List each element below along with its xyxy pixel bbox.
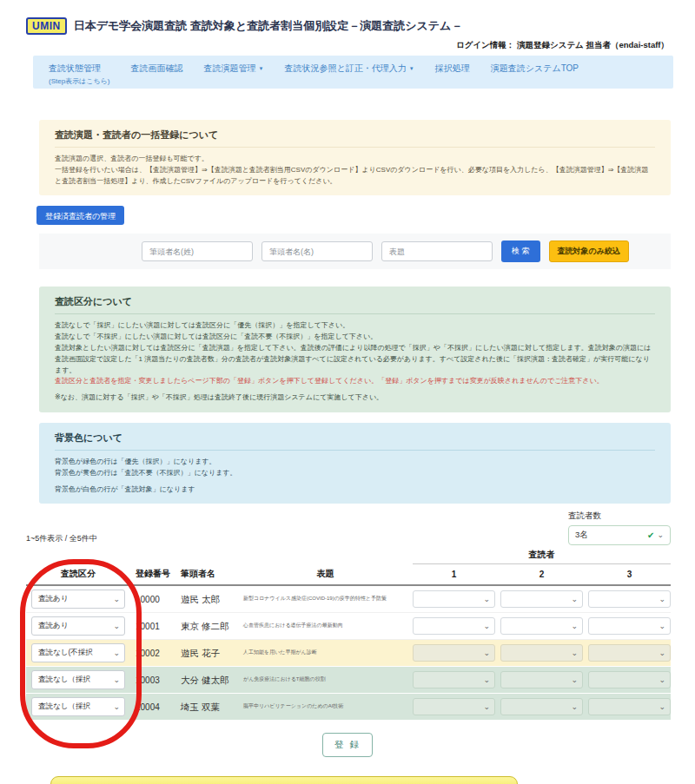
- manage-registered-reviewers-button[interactable]: 登録済査読者の管理: [36, 206, 124, 225]
- table-row: 査読あり ⌄ 10000 遊民 太郎 新型コロナウイルス感染症(COVID-19…: [26, 586, 671, 613]
- chevron-down-icon: ⌄: [483, 703, 490, 711]
- divider: [55, 147, 655, 148]
- nav-item-sublabel[interactable]: (Step表示はこちら): [49, 76, 110, 86]
- reviewer2-select[interactable]: ⌄: [500, 698, 583, 715]
- nav-item-label: 査読状況参照と訂正・代理入力: [285, 63, 407, 73]
- category-box-line3: 査読対象としたい演題に対しては査読区分に「査読演題」を指定して下さい。査読後の評…: [55, 343, 655, 376]
- reviewer3-select[interactable]: ⌄: [588, 671, 671, 688]
- review-category-select[interactable]: 査読なし(不採択 ⌄: [31, 643, 125, 662]
- reviewer2-select[interactable]: ⌄: [500, 671, 583, 688]
- chevron-down-icon: ⌄: [659, 649, 665, 657]
- nav-item-review-status[interactable]: 査読状態管理 (Step表示はこちら): [49, 63, 110, 86]
- reviewer3-select[interactable]: ⌄: [588, 617, 671, 635]
- chevron-down-icon: ⌄: [113, 596, 120, 603]
- nav-item-review-topic-management[interactable]: 査読演題管理▼: [204, 63, 264, 75]
- umin-logo: UMIN: [26, 17, 67, 35]
- col-header-number: 登録番号: [136, 568, 175, 580]
- register-button[interactable]: 登 録: [322, 733, 373, 757]
- caret-down-icon: ▼: [259, 66, 264, 71]
- register-button-area: 登 録: [0, 733, 695, 757]
- review-category-value: 査読あり: [38, 621, 68, 631]
- category-box-note: ※なお、演題に対する「採択」や「不採択」処理は査読終了後に現行演題システムにて実…: [55, 392, 655, 404]
- review-category-value: 査読なし（採択: [38, 702, 90, 712]
- divider: [55, 313, 655, 314]
- review-category-value: 査読なし(不採択: [38, 648, 93, 658]
- reviewer2-select[interactable]: ⌄: [500, 590, 583, 608]
- divider: [55, 450, 655, 451]
- reviewer1-select[interactable]: ⌄: [413, 590, 495, 608]
- reviewer3-select[interactable]: ⌄: [588, 590, 671, 608]
- footer-banner: UMIN Infrastructure for Academic Activit…: [50, 776, 518, 784]
- chevron-down-icon: ⌄: [659, 623, 665, 630]
- reviewer1-select[interactable]: ⌄: [413, 617, 495, 635]
- col-header-title: 表題: [243, 568, 407, 580]
- category-box-warning: 査読区分と査読者を指定・変更しましたらページ下部の「登録」ボタンを押下して登録し…: [55, 376, 655, 387]
- reviewer2-select[interactable]: ⌄: [500, 617, 583, 635]
- first-author-name: 遊民 花子: [181, 647, 229, 659]
- topic-title: 新型コロナウイルス感染症(COVID-19)の疫学的特性と予防策: [243, 596, 407, 603]
- reviewer1-select[interactable]: ⌄: [413, 644, 495, 662]
- topic-title: がん免疫療法におけるT細胞の役割: [243, 676, 407, 683]
- chevron-down-icon: ⌄: [657, 531, 664, 539]
- reviewer-count-value: 3名: [575, 530, 588, 541]
- review-category-select[interactable]: 査読あり ⌄: [31, 590, 125, 609]
- bgcolor-box-title: 背景色について: [55, 432, 655, 445]
- col-header-category: 査読区分: [26, 568, 130, 580]
- filter-review-targets-button[interactable]: 査読対象のみ絞込: [549, 240, 629, 262]
- topic-title: 人工知能を用いた早期がん診断: [243, 649, 407, 656]
- login-info: ログイン情報： 演題登録システム 担当者（endai-staff）: [0, 35, 695, 50]
- reviewer-count-select[interactable]: 3名 ✔ ⌄: [568, 525, 671, 545]
- review-category-select[interactable]: 査読あり ⌄: [31, 616, 125, 636]
- chevron-down-icon: ⌄: [571, 649, 578, 657]
- chevron-down-icon: ⌄: [483, 596, 490, 603]
- chevron-down-icon: ⌄: [659, 703, 665, 711]
- col-header-reviewer1: 1: [413, 570, 495, 579]
- bgcolor-box-line2: 背景色が黄色の行は「査読不要（不採択）」になります。: [55, 468, 655, 479]
- meta-row: 1~5件表示 / 全5件中 査読者数 3名 ✔ ⌄: [26, 511, 671, 545]
- reviewer-count-control: 査読者数 3名 ✔ ⌄: [568, 511, 671, 545]
- header: UMIN 日本デモ学会演題査読 査読対象と査読者割当個別設定－演題査読システム－: [0, 0, 695, 35]
- nav-item-acceptance-processing[interactable]: 採択処理: [435, 63, 470, 75]
- registration-number: 10001: [136, 622, 175, 631]
- nav-item-review-screen-check[interactable]: 査読画面確認: [131, 63, 183, 75]
- reviewer1-select[interactable]: ⌄: [413, 698, 495, 715]
- review-category-value: 査読なし（採択: [38, 675, 90, 685]
- chevron-down-icon: ⌄: [571, 596, 578, 603]
- reviewers-group-header: 査読者: [413, 549, 671, 564]
- title-search-input[interactable]: [381, 241, 493, 261]
- search-button[interactable]: 検 索: [501, 240, 540, 262]
- chevron-down-icon: ⌄: [113, 623, 120, 630]
- author-last-name-input[interactable]: [142, 241, 253, 261]
- check-icon: ✔: [647, 530, 654, 540]
- reviewer1-select[interactable]: ⌄: [413, 671, 495, 688]
- bulk-box-line1: 査読演題の選択、査読者の一括登録も可能です。: [55, 154, 655, 165]
- page: UMIN 日本デモ学会演題査読 査読対象と査読者割当個別設定－演題査読システム－…: [0, 0, 695, 784]
- chevron-down-icon: ⌄: [571, 703, 578, 711]
- first-author-name: 東京 修二郎: [181, 620, 229, 632]
- first-author-name: 埼玉 双葉: [181, 701, 229, 713]
- reviewer3-select[interactable]: ⌄: [588, 698, 671, 715]
- review-category-select[interactable]: 査読なし（採択 ⌄: [31, 697, 125, 716]
- col-header-author: 筆頭者名: [181, 568, 238, 580]
- topic-title: 心血管疾患における遺伝子療法の最新動向: [243, 623, 407, 629]
- author-first-name-input[interactable]: [261, 241, 373, 261]
- review-category-select[interactable]: 査読なし（採択 ⌄: [31, 670, 125, 689]
- chevron-down-icon: ⌄: [659, 596, 665, 603]
- nav-item-system-top[interactable]: 演題査読システムTOP: [491, 63, 579, 75]
- bgcolor-box-line1: 背景色が緑色の行は「優先（採択）」になります。: [55, 457, 655, 468]
- topics-table: 査読者 査読区分 登録番号 筆頭者名 表題 1 2 3 査読あり ⌄ 10000…: [26, 549, 671, 721]
- reviewer3-select[interactable]: ⌄: [588, 644, 671, 662]
- nav-item-review-status-proxy-input[interactable]: 査読状況参照と訂正・代理入力▼: [285, 63, 414, 75]
- chevron-down-icon: ⌄: [571, 676, 578, 684]
- col-header-reviewer3: 3: [588, 570, 671, 579]
- table-row: 査読なし（採択 ⌄ 10004 埼玉 双葉 脳卒中リハビリテーションのためのAI…: [26, 694, 671, 721]
- nav-item-label: 査読状態管理: [49, 63, 110, 75]
- chevron-down-icon: ⌄: [659, 676, 665, 684]
- topic-title: 脳卒中リハビリテーションのためのAI技術: [243, 703, 407, 710]
- pagination-info: 1~5件表示 / 全5件中: [26, 533, 97, 545]
- caret-down-icon: ▼: [409, 66, 414, 71]
- reviewer2-select[interactable]: ⌄: [500, 644, 583, 662]
- category-box-line1: 査読なしで「採択」にしたい演題に対しては査読区分に「優先（採択）」を指定して下さ…: [55, 320, 655, 332]
- review-category-info-box: 査読区分について 査読なしで「採択」にしたい演題に対しては査読区分に「優先（採択…: [39, 287, 671, 412]
- table-group-header: 査読者: [26, 549, 671, 564]
